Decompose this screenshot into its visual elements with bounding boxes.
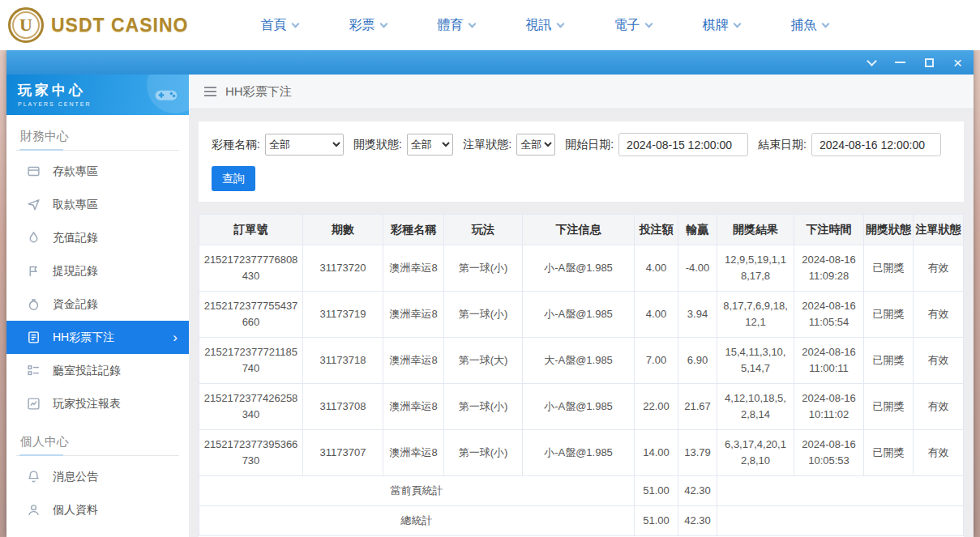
nav-item[interactable]: 首頁 (235, 0, 323, 50)
cell-draw-status: 已開獎 (864, 384, 914, 430)
report-icon (27, 397, 41, 411)
sidebar-item[interactable]: 廳室投註記錄 › (6, 354, 189, 387)
lottery-name-select[interactable]: 全部 (265, 134, 344, 156)
cell-period: 31173708 (303, 384, 383, 430)
nav-item-label: 捕魚 (790, 17, 816, 34)
site-logo[interactable]: U USDT CASINO (8, 7, 188, 43)
content-area: 彩種名稱: 全部 開獎狀態: 全部 注單狀態: 全部 (189, 109, 974, 537)
window-titlebar: × (6, 50, 974, 75)
cell-period: 31173718 (303, 338, 383, 384)
maximize-icon[interactable] (925, 58, 934, 67)
cell-lottery: 澳洲幸运8 (383, 338, 444, 384)
nav-item[interactable]: 體育 (412, 0, 500, 50)
cell-order-id: 2152172377721185740 (199, 338, 303, 384)
sidebar-item-label: 取款專區 (53, 198, 98, 212)
nav-item[interactable]: 彩票 (323, 0, 412, 50)
chevron-down-icon (822, 19, 830, 28)
sidebar-item-label: 廳室投註記錄 (53, 364, 121, 378)
cell-win: 6.90 (678, 338, 717, 384)
chevron-down-icon (734, 19, 742, 28)
table-row[interactable]: 2152172377776808430 31173720 澳洲幸运8 第一球(小… (199, 245, 964, 292)
cell-time: 2024-08-16 10:11:02 (794, 384, 864, 430)
cell-play: 第一球(小) (444, 292, 523, 338)
cell-bet-info: 大-A盤@1.985 (523, 338, 635, 384)
sidebar-header: 玩家中心 PLAYERS CENTER (6, 75, 189, 115)
table-row[interactable]: 2152172377721185740 31173718 澳洲幸运8 第一球(大… (199, 338, 964, 384)
end-date-input[interactable] (811, 133, 941, 156)
total-summary-label: 總統計 (199, 506, 635, 536)
sidebar-item-label: 提現記錄 (53, 264, 98, 279)
filter-panel: 彩種名稱: 全部 開獎狀態: 全部 注單狀態: 全部 (199, 121, 964, 202)
total-summary-row: 總統計 51.00 42.30 (199, 506, 964, 536)
cell-draw-status: 已開獎 (864, 338, 914, 384)
window-body: 玩家中心 PLAYERS CENTER 財務中心 存款專區 › (6, 75, 974, 537)
sidebar-item[interactable]: 取款專區 › (6, 188, 189, 221)
table-header-row: 訂單號 期數 彩種名稱 玩法 下注信息 (199, 215, 964, 245)
table-row[interactable]: 2152172377395366730 31173707 澳洲幸运8 第一球(小… (199, 430, 964, 476)
cell-time: 2024-08-16 11:00:11 (794, 338, 864, 384)
close-icon[interactable]: × (953, 55, 962, 70)
cell-amount: 14.00 (635, 430, 678, 476)
cell-time: 2024-08-16 11:05:54 (794, 292, 864, 338)
sidebar-item[interactable]: 提現記錄 › (6, 254, 189, 288)
sidebar-item[interactable]: HH彩票下注 › (6, 321, 189, 354)
chevron-down-icon (292, 19, 300, 28)
nav-item[interactable]: 視訊 (500, 0, 588, 50)
cell-result: 4,12,10,18,5,2,8,14 (717, 384, 794, 430)
table-row[interactable]: 2152172377755437660 31173719 澳洲幸运8 第一球(小… (199, 292, 964, 338)
draw-status-select[interactable]: 全部 (407, 134, 453, 156)
total-summary-empty (717, 506, 964, 536)
column-header: 開獎狀態 (864, 215, 914, 245)
sidebar-item[interactable]: 個人資料 › (6, 493, 189, 526)
logo-text: USDT CASINO (51, 15, 188, 36)
query-button[interactable]: 查詢 (212, 166, 255, 191)
nav-item-label: 首頁 (260, 17, 286, 34)
cell-order-id: 2152172377776808430 (199, 245, 303, 292)
cell-result: 8,17,7,6,9,18,12,1 (717, 292, 794, 338)
deposit-icon (27, 164, 41, 178)
cell-period: 31173719 (303, 292, 383, 338)
column-header: 期數 (303, 215, 383, 245)
table-row[interactable]: 2152172377426258340 31173708 澳洲幸运8 第一球(小… (199, 384, 964, 430)
nav-item[interactable]: 電子 (588, 0, 677, 50)
sidebar-item-label: 資金記錄 (53, 297, 98, 312)
column-header: 注單狀態 (914, 215, 964, 245)
filter-row: 彩種名稱: 全部 開獎狀態: 全部 注單狀態: 全部 (212, 133, 951, 156)
cell-win: -4.00 (678, 245, 717, 292)
main-nav: 首頁 彩票 體育 視訊 電子 (235, 0, 854, 50)
collapse-icon[interactable] (867, 56, 877, 66)
sidebar-item-label: 玩家投注報表 (53, 397, 121, 411)
main-panel: HH彩票下注 彩種名稱: 全部 開獎狀態: 全部 (189, 75, 974, 537)
cell-time: 2024-08-16 10:05:53 (794, 430, 864, 476)
chevron-down-icon (557, 19, 565, 28)
sidebar-item[interactable]: 消息公告 › (6, 460, 189, 493)
cell-bet-info: 小-A盤@1.985 (523, 292, 635, 338)
minimize-icon[interactable] (895, 62, 905, 63)
sidebar-item[interactable]: 存款專區 › (6, 155, 189, 188)
sidebar-section-personal: 個人中心 (16, 427, 179, 456)
order-status-select[interactable]: 全部 (516, 134, 555, 156)
sidebar-item[interactable]: 資金記錄 › (6, 288, 189, 321)
nav-item[interactable]: 棋牌 (677, 0, 765, 50)
sidebar-item[interactable]: 充值記錄 › (6, 221, 189, 254)
cell-play: 第一球(小) (444, 384, 523, 430)
cell-win: 3.94 (678, 292, 717, 338)
menu-toggle-icon[interactable] (204, 87, 216, 96)
page-summary-row: 當前頁統計 51.00 42.30 (199, 476, 964, 506)
bets-table-card: 訂單號 期數 彩種名稱 玩法 下注信息 (199, 214, 964, 537)
cell-lottery: 澳洲幸运8 (383, 245, 444, 292)
column-header: 開獎結果 (717, 215, 794, 245)
chevron-down-icon (469, 19, 477, 28)
column-header: 彩種名稱 (383, 215, 444, 245)
recharge-icon (27, 231, 41, 245)
sidebar-item[interactable]: 玩家投注報表 › (6, 387, 189, 420)
lottery-icon (27, 330, 41, 344)
chevron-down-icon (645, 19, 653, 28)
nav-item[interactable]: 捕魚 (765, 0, 854, 50)
table-summary: 當前頁統計 51.00 42.30 總統計 51.00 42.30 (199, 476, 964, 536)
cell-lottery: 澳洲幸运8 (383, 384, 444, 430)
cell-win: 13.79 (678, 430, 717, 476)
start-date-label: 開始日期: (565, 138, 614, 152)
start-date-input[interactable] (618, 133, 748, 156)
funds-icon (27, 297, 41, 311)
